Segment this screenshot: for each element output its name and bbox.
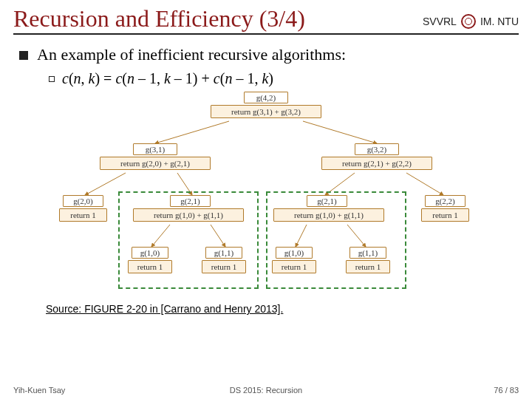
node-l4a-ret: return 1 [128, 260, 172, 273]
node-l3c-ret: return g(1,0) + g(1,1) [273, 208, 384, 222]
slide-title: Recursion and Efficiency (3/4) [13, 6, 305, 32]
node-l4d-ret: return 1 [346, 260, 390, 273]
affil-left: SVVRL [423, 16, 457, 27]
recurrence-formula: c(n, k) = c(n – 1, k – 1) + c(n – 1, k) [62, 70, 273, 87]
node-l2b-call: g(3,2) [355, 143, 399, 155]
svg-line-0 [155, 121, 229, 143]
node-l4a-call: g(1,0) [132, 247, 168, 259]
header-bar: Recursion and Efficiency (3/4) SVVRL IM.… [13, 6, 519, 32]
node-l2a-ret: return g(2,0) + g(2,1) [100, 157, 211, 170]
body: An example of inefficient recursive algo… [13, 45, 519, 315]
node-l4d-call: g(1,1) [349, 247, 386, 259]
seal-icon [461, 14, 476, 29]
node-l3d-call: g(2,2) [425, 195, 466, 207]
affiliation: SVVRL IM. NTU [423, 14, 519, 32]
node-l3b-ret: return g(1,0) + g(1,1) [133, 208, 244, 222]
node-l4c-ret: return 1 [272, 260, 316, 273]
node-l2a-call: g(3,1) [133, 143, 177, 155]
node-l4c-call: g(1,0) [276, 247, 313, 259]
title-rule [13, 33, 519, 35]
node-l3d-ret: return 1 [421, 208, 469, 222]
footer-course: DS 2015: Recursion [0, 386, 532, 395]
node-l3b-call: g(2,1) [170, 195, 211, 207]
node-l3c-call: g(2,1) [307, 195, 347, 207]
affil-right: IM. NTU [480, 16, 519, 27]
figure-caption: Source: FIGURE 2-20 in [Carrano and Henr… [46, 303, 513, 315]
svg-line-1 [303, 121, 377, 143]
lvl1-text: An example of inefficient recursive algo… [37, 45, 346, 64]
node-l4b-call: g(1,1) [205, 247, 242, 259]
node-l3a-call: g(2,0) [63, 195, 103, 207]
node-l4b-ret: return 1 [202, 260, 246, 273]
hollow-square-bullet-icon [49, 76, 55, 82]
node-l3a-ret: return 1 [59, 208, 107, 222]
svg-line-5 [406, 173, 443, 195]
bullet-lvl1: An example of inefficient recursive algo… [19, 45, 513, 64]
node-root-ret: return g(3,1) + g(3,2) [211, 105, 321, 118]
footer: Yih-Kuen Tsay DS 2015: Recursion 76 / 83 [0, 386, 532, 395]
node-l2b-ret: return g(2,1) + g(2,2) [321, 157, 432, 170]
recursion-tree-diagram: g(4,2) return g(3,1) + g(3,2) g(3,1) ret… [44, 92, 488, 299]
bullet-lvl2: c(n, k) = c(n – 1, k – 1) + c(n – 1, k) [49, 70, 513, 87]
square-bullet-icon [19, 51, 28, 60]
node-root-call: g(4,2) [244, 92, 288, 103]
slide: Recursion and Efficiency (3/4) SVVRL IM.… [0, 0, 532, 399]
